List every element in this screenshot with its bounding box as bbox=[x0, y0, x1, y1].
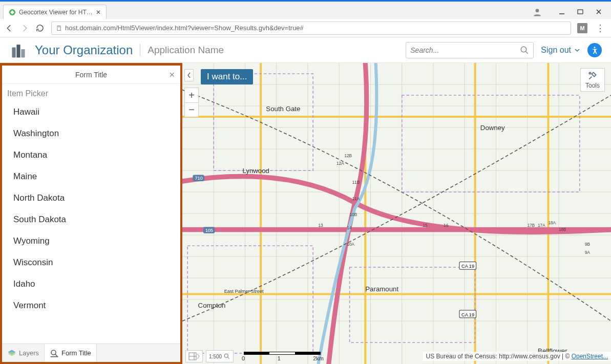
svg-rect-10 bbox=[21, 49, 25, 57]
picker-item[interactable]: Vermont bbox=[2, 295, 180, 316]
window-maximize-button[interactable] bbox=[571, 5, 589, 19]
svg-text:Paramount: Paramount bbox=[365, 285, 398, 293]
scale-text-button[interactable]: 1:500 bbox=[206, 350, 234, 362]
search-input[interactable] bbox=[410, 46, 516, 54]
map-background: South Gate Downey Lynwood Compton Paramo… bbox=[182, 63, 611, 364]
svg-point-11 bbox=[521, 47, 527, 52]
picker-item[interactable]: Wisconsin bbox=[2, 252, 180, 273]
picker-item[interactable]: Idaho bbox=[2, 273, 180, 295]
url-text: host.domain.com/Html5Viewer/index.html?v… bbox=[65, 24, 304, 32]
window-minimize-button[interactable] bbox=[553, 5, 571, 19]
map-area[interactable]: South Gate Downey Lynwood Compton Paramo… bbox=[182, 63, 611, 364]
header-divider bbox=[140, 44, 140, 56]
svg-text:CA 19: CA 19 bbox=[461, 312, 474, 317]
zoom-in-button[interactable]: + bbox=[185, 88, 198, 102]
picker-item[interactable]: North Dakota bbox=[2, 187, 180, 209]
nav-back-button[interactable] bbox=[4, 23, 14, 33]
svg-text:17A: 17A bbox=[538, 223, 545, 228]
svg-text:11A: 11A bbox=[352, 197, 360, 201]
svg-text:12B: 12B bbox=[344, 154, 352, 158]
svg-point-80 bbox=[589, 72, 591, 74]
accessibility-button[interactable] bbox=[587, 43, 602, 57]
org-name: Your Organization bbox=[35, 43, 133, 57]
profile-icon[interactable] bbox=[532, 7, 542, 19]
browser-menu-button[interactable]: ⋮ bbox=[594, 23, 607, 34]
search-icon[interactable] bbox=[520, 46, 529, 55]
tools-icon bbox=[587, 71, 598, 81]
svg-text:14: 14 bbox=[347, 226, 352, 230]
panel-section-label: Item Picker bbox=[2, 84, 180, 101]
svg-text:South Gate: South Gate bbox=[266, 105, 300, 113]
app-name: Application Name bbox=[148, 45, 224, 56]
tab-form[interactable]: Form Title bbox=[45, 344, 97, 362]
tab-favicon bbox=[9, 9, 16, 16]
svg-text:15: 15 bbox=[423, 223, 428, 228]
svg-text:18B: 18B bbox=[559, 227, 566, 232]
svg-line-83 bbox=[227, 357, 229, 359]
window-close-button[interactable] bbox=[589, 5, 608, 19]
browser-tabstrip: Geocortex Viewer for HT… ✕ bbox=[0, 2, 611, 19]
item-picker-list[interactable]: HawaiiWashingtonMontanaMaineNorth Dakota… bbox=[2, 101, 180, 344]
zoom-out-button[interactable]: − bbox=[185, 102, 198, 117]
svg-text:13: 13 bbox=[318, 223, 323, 228]
picker-item[interactable]: Wyoming bbox=[2, 230, 180, 252]
i-want-to-button[interactable]: I want to... bbox=[201, 69, 253, 84]
panel-header: Form Title ✕ bbox=[2, 66, 180, 84]
tab-title: Geocortex Viewer for HT… bbox=[19, 9, 93, 16]
svg-text:18A: 18A bbox=[549, 221, 556, 225]
layers-icon bbox=[7, 349, 16, 358]
svg-rect-6 bbox=[57, 26, 60, 30]
browser-tab[interactable]: Geocortex Viewer for HT… ✕ bbox=[3, 5, 107, 19]
page-info-icon bbox=[56, 25, 62, 31]
svg-point-1 bbox=[536, 9, 539, 12]
url-input[interactable]: host.domain.com/Html5Viewer/index.html?v… bbox=[51, 22, 571, 35]
picker-item[interactable]: Washington bbox=[2, 123, 180, 144]
svg-text:10B: 10B bbox=[350, 212, 357, 217]
chevron-down-icon bbox=[574, 47, 580, 53]
map-bottom-bar: 1:500 0 1 2km bbox=[182, 349, 611, 364]
search-box[interactable] bbox=[406, 42, 534, 58]
svg-text:Lynwood: Lynwood bbox=[242, 167, 269, 175]
picker-item[interactable]: Hawaii bbox=[2, 101, 180, 123]
form-tab-icon bbox=[50, 349, 59, 358]
svg-rect-8 bbox=[12, 47, 15, 57]
picker-item[interactable]: Maine bbox=[2, 166, 180, 187]
browser-address-bar: host.domain.com/Html5Viewer/index.html?v… bbox=[0, 19, 611, 37]
svg-rect-9 bbox=[16, 45, 20, 57]
nav-reload-button[interactable] bbox=[35, 23, 45, 33]
svg-text:9A: 9A bbox=[585, 250, 590, 255]
tab-close-icon[interactable]: ✕ bbox=[96, 9, 101, 16]
panel-close-button[interactable]: ✕ bbox=[169, 71, 175, 79]
zoom-controls: + − bbox=[184, 88, 199, 117]
bookmark-icon bbox=[188, 352, 200, 361]
panel-title: Form Title bbox=[75, 71, 107, 79]
accessibility-icon bbox=[590, 46, 599, 55]
svg-point-13 bbox=[594, 47, 596, 48]
picker-item[interactable]: Montana bbox=[2, 144, 180, 166]
map-attribution: US Bureau of the Census: http://www.cens… bbox=[423, 352, 611, 361]
attribution-link[interactable]: OpenStreet... bbox=[572, 353, 608, 360]
nav-forward-button bbox=[19, 23, 30, 33]
svg-line-15 bbox=[55, 354, 58, 356]
panel-collapse-button[interactable] bbox=[184, 69, 194, 81]
bookmark-extent-button[interactable] bbox=[185, 350, 203, 362]
extension-icon[interactable]: M bbox=[577, 23, 587, 33]
svg-text:Compton: Compton bbox=[198, 302, 226, 309]
svg-text:East Palmer Street: East Palmer Street bbox=[224, 289, 264, 294]
scale-search-icon bbox=[223, 353, 230, 360]
side-panel: Form Title ✕ Item Picker HawaiiWashingto… bbox=[0, 63, 182, 364]
svg-rect-3 bbox=[578, 10, 583, 14]
tab-layers[interactable]: Layers bbox=[2, 344, 45, 362]
tools-button[interactable]: Tools bbox=[580, 68, 605, 92]
signout-link[interactable]: Sign out bbox=[541, 46, 580, 55]
svg-text:105: 105 bbox=[205, 228, 213, 233]
svg-text:11B: 11B bbox=[352, 180, 360, 185]
svg-text:10A: 10A bbox=[347, 242, 355, 247]
svg-text:710: 710 bbox=[195, 176, 202, 181]
svg-text:17B: 17B bbox=[528, 223, 535, 228]
org-logo-icon bbox=[9, 41, 28, 59]
picker-item[interactable]: South Dakota bbox=[2, 209, 180, 230]
svg-text:12A: 12A bbox=[336, 161, 344, 166]
svg-text:CA 19: CA 19 bbox=[461, 264, 474, 269]
panel-tabs: Layers Form Title bbox=[2, 344, 180, 362]
